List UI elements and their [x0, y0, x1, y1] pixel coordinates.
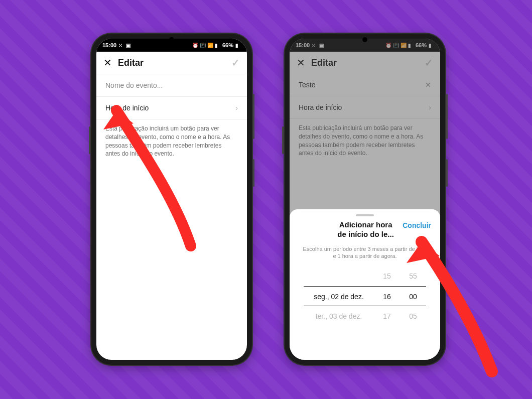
hour-prev[interactable]: 15 [374, 266, 400, 286]
event-name-placeholder: Nome do evento... [105, 81, 163, 89]
time-picker-sheet: Adicionar hora de início do le... Conclu… [290, 209, 440, 360]
power-button [253, 159, 254, 187]
phone-mockup-right: 15:00 ⁙ ▣ ⏰ 📳 📶 ▮ 66% ▮ ✕ Editar ✓ Teste… [285, 34, 445, 365]
hour-next[interactable]: 17 [374, 306, 400, 326]
screenshot-icon: ▣ [126, 43, 131, 48]
minute-column[interactable]: 55 00 05 [400, 266, 426, 326]
signal-icon: ▮ [215, 43, 220, 48]
front-camera [169, 37, 174, 42]
minute-prev[interactable]: 55 [400, 266, 426, 286]
minute-selected[interactable]: 00 [400, 286, 426, 306]
datetime-picker[interactable]: seg., 02 de dez. ter., 03 de dez. 15 16 … [290, 266, 440, 326]
notification-dots-icon: ⁙ [118, 43, 124, 48]
event-name-input[interactable]: Nome do evento... [96, 74, 247, 97]
hour-selected[interactable]: 16 [374, 286, 400, 306]
sheet-title-line2: de início do le... [337, 230, 394, 238]
assistant-button [89, 126, 90, 154]
start-time-label: Hora de início [105, 104, 149, 112]
front-camera [362, 37, 367, 42]
date-next[interactable]: ter., 03 de dez. [304, 306, 374, 326]
vibrate-icon: 📳 [200, 43, 205, 48]
close-icon[interactable]: ✕ [103, 57, 112, 69]
hour-column[interactable]: 15 16 17 [374, 266, 400, 326]
header-title: Editar [118, 58, 144, 68]
date-prev[interactable] [304, 266, 374, 286]
done-button[interactable]: Concluir [403, 220, 431, 229]
volume-button [446, 94, 448, 139]
event-description-text: Esta publicação incluirá um botão para v… [96, 119, 247, 163]
alarm-icon: ⏰ [192, 43, 198, 48]
assistant-button [282, 126, 284, 154]
minute-next[interactable]: 05 [400, 306, 426, 326]
date-column[interactable]: seg., 02 de dez. ter., 03 de dez. [304, 266, 374, 326]
sheet-subtitle: Escolha um período entre 3 meses a parti… [290, 243, 440, 267]
sheet-title-line1: Adicionar hora [339, 220, 392, 229]
start-time-row[interactable]: Hora de início › [96, 97, 247, 119]
sheet-title: Adicionar hora de início do le... [329, 220, 403, 239]
confirm-icon[interactable]: ✓ [231, 57, 240, 69]
power-button [446, 159, 448, 187]
date-selected[interactable]: seg., 02 de dez. [304, 286, 374, 306]
wifi-icon: 📶 [207, 43, 213, 48]
app-header: ✕ Editar ✓ [96, 52, 247, 74]
status-time: 15:00 [102, 42, 116, 48]
chevron-right-icon: › [235, 104, 238, 112]
phone-mockup-left: 15:00 ⁙ ▣ ⏰ 📳 📶 ▮ 66% ▮ ✕ Editar ✓ Nome … [91, 34, 252, 365]
status-battery: 66% [222, 42, 233, 48]
battery-icon: ▮ [235, 43, 241, 48]
sheet-drag-handle[interactable] [356, 214, 374, 216]
volume-button [253, 94, 254, 139]
